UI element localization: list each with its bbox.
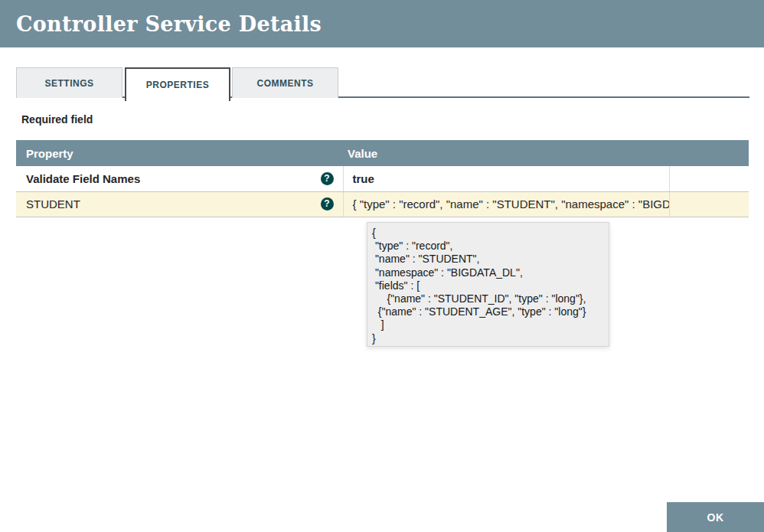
schema-tooltip: { "type" : "record", "name" : "STUDENT",… (367, 222, 609, 347)
tab-comments[interactable]: COMMENTS (232, 67, 338, 98)
column-header-extra (669, 140, 749, 166)
ok-button[interactable]: OK (667, 502, 764, 532)
dialog-header: Controller Service Details (0, 0, 764, 47)
column-header-value: Value (343, 140, 669, 166)
extra-cell (669, 191, 749, 217)
column-header-property: Property (16, 140, 343, 166)
tab-properties[interactable]: PROPERTIES (125, 67, 230, 101)
schema-tooltip-text: { "type" : "record", "name" : "STUDENT",… (372, 227, 604, 345)
help-icon[interactable]: ? (321, 172, 334, 185)
properties-table: Property Value Validate Field Names ? tr… (16, 140, 749, 217)
property-value: { "type" : "record", "name" : "STUDENT",… (343, 191, 669, 217)
tab-settings[interactable]: SETTINGS (16, 67, 122, 98)
table-row: STUDENT ? { "type" : "record", "name" : … (16, 191, 749, 217)
property-value: true (343, 166, 669, 191)
dialog-title: Controller Service Details (0, 12, 322, 36)
help-icon[interactable]: ? (321, 197, 334, 211)
required-field-legend: Required field (21, 113, 93, 126)
extra-cell (669, 166, 749, 191)
property-name: Validate Field Names (26, 172, 140, 185)
table-row: Validate Field Names ? true (16, 166, 749, 191)
table-header-row: Property Value (16, 140, 749, 166)
property-name: STUDENT (26, 197, 80, 211)
